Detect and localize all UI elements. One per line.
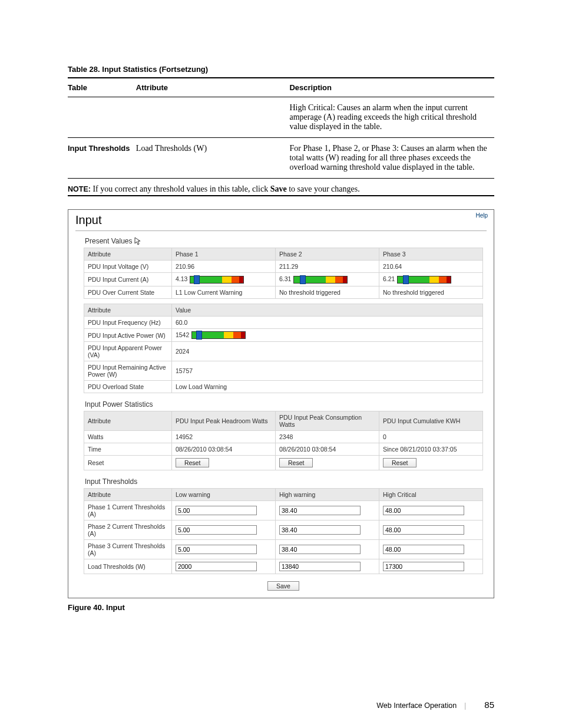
val-header-val: Value <box>171 304 482 316</box>
row-rule <box>68 178 494 179</box>
note-text-a: If you correct any threshold values in t… <box>91 185 270 193</box>
table-row: PDU Input Active Power (W) 1542 <box>84 328 483 342</box>
header-table: Table <box>68 81 136 94</box>
present-values-label: Present Values <box>85 237 483 245</box>
val-active-label: PDU Input Active Power (W) <box>84 328 172 342</box>
gauge-bar-icon <box>293 276 348 284</box>
thresh-load-label: Load Thresholds (W) <box>84 559 172 574</box>
phase2-high-input[interactable] <box>279 525 361 535</box>
val-active-val: 1542 <box>176 331 189 338</box>
table-row: Attribute Value <box>84 304 483 316</box>
table-row: Load Thresholds (W) <box>84 559 483 574</box>
thresh-header-attr: Attribute <box>84 489 172 501</box>
footer-separator-icon: | <box>464 701 466 710</box>
phase2-low-input[interactable] <box>176 525 257 535</box>
figure-screenshot: Help Input Present Values Attribute Phas… <box>68 209 494 598</box>
row-rule <box>68 137 494 138</box>
val-remaining-label: PDU Input Remaining Active Power (W) <box>84 361 172 381</box>
stats-header-c2: PDU Input Peak Consumption Watts <box>275 411 379 431</box>
pv-current-p1: 4.13 <box>171 273 275 286</box>
page-title: Input <box>75 213 487 227</box>
header-rule <box>68 97 494 97</box>
table-row: PDU Overload State Low Load Warning <box>84 381 483 393</box>
val-freq-label: PDU Input Frequency (Hz) <box>84 316 172 328</box>
stats-watts-label: Watts <box>84 431 172 443</box>
thresh-header-low: Low warning <box>171 489 275 501</box>
stats-table: Attribute PDU Input Peak Headroom Watts … <box>84 411 483 470</box>
pv-voltage-p2: 211.29 <box>275 261 379 273</box>
table-row: PDU Input Remaining Active Power (W) 157… <box>84 361 483 381</box>
stats-watts-c3: 0 <box>379 431 482 443</box>
table-row: Watts 14952 2348 0 <box>84 431 483 443</box>
title-separator <box>75 230 487 231</box>
load-crit-input[interactable] <box>383 562 464 571</box>
val-apparent-label: PDU Input Apparent Power (VA) <box>84 342 172 361</box>
save-button[interactable]: Save <box>267 581 299 591</box>
table-bottom-rule <box>68 195 494 196</box>
note-label: NOTE: <box>68 185 91 193</box>
doc-table: Table Attribute Description High Critica… <box>68 81 494 181</box>
table-row: Input Thresholds Load Thresholds (W) For… <box>68 140 494 176</box>
pv-header-p1: Phase 1 <box>171 248 275 261</box>
present-values-table: Attribute Phase 1 Phase 2 Phase 3 PDU In… <box>84 248 483 299</box>
stats-header-c1: PDU Input Peak Headroom Watts <box>171 411 275 431</box>
phase1-low-input[interactable] <box>176 506 257 515</box>
pv-current-p1-val: 4.13 <box>176 275 187 282</box>
gauge-marker-icon <box>403 275 409 284</box>
load-low-input[interactable] <box>176 562 257 571</box>
pv-voltage-p1: 210.96 <box>171 261 275 273</box>
cursor-icon <box>134 237 141 245</box>
phase3-crit-input[interactable] <box>383 545 464 554</box>
table-top-rule <box>68 77 494 78</box>
thresholds-table: Attribute Low warning High warning High … <box>84 488 483 574</box>
footer-page-number: 85 <box>484 700 494 710</box>
stats-time-label: Time <box>84 443 172 456</box>
pv-ocstate-p3: No threshold triggered <box>379 286 482 298</box>
val-header-attr: Attribute <box>84 304 172 316</box>
load-high-input[interactable] <box>279 562 361 571</box>
table-row: PDU Input Current (A) 4.13 6.31 6.21 <box>84 273 483 286</box>
reset-button[interactable]: Reset <box>383 458 416 467</box>
note-save: Save <box>270 185 287 193</box>
stats-section-label: Input Power Statistics <box>85 400 483 409</box>
thresh-p3-label: Phase 3 Current Thresholds (A) <box>84 540 172 559</box>
gauge-bar-icon <box>190 276 244 284</box>
help-link[interactable]: Help <box>475 212 488 219</box>
pv-current-p2: 6.31 <box>275 273 379 286</box>
pv-current-p2-val: 6.31 <box>279 275 291 282</box>
table-row: PDU Input Apparent Power (VA) 2024 <box>84 342 483 361</box>
phase3-high-input[interactable] <box>279 545 361 554</box>
val-overload-label: PDU Overload State <box>84 381 172 393</box>
val-freq-val: 60.0 <box>171 316 482 328</box>
table-row: PDU Input Voltage (V) 210.96 211.29 210.… <box>84 261 483 273</box>
pv-voltage-label: PDU Input Voltage (V) <box>84 261 172 273</box>
pv-header-p2: Phase 2 <box>275 248 379 261</box>
stats-time-c1: 08/26/2010 03:08:54 <box>171 443 275 456</box>
doc-table-header-row: Table Attribute Description <box>68 81 494 94</box>
reset-button[interactable]: Reset <box>279 458 313 467</box>
phase2-crit-input[interactable] <box>383 525 464 535</box>
gauge-marker-icon <box>194 275 200 284</box>
phase1-crit-input[interactable] <box>383 506 464 515</box>
row2-desc: For Phase 1, Phase 2, or Phase 3: Causes… <box>289 140 494 176</box>
note-text-b: to save your changes. <box>287 185 360 193</box>
thresh-header-high: High warning <box>275 489 379 501</box>
stats-time-c2: 08/26/2010 03:08:54 <box>275 443 379 456</box>
row2-attribute: Load Thresholds (W) <box>136 140 290 176</box>
table-row: PDU Over Current State L1 Low Current Wa… <box>84 286 483 298</box>
val-remaining-val: 15757 <box>171 361 482 381</box>
table-row: Attribute Low warning High warning High … <box>84 489 483 501</box>
pv-current-p3-val: 6.21 <box>383 275 395 282</box>
table-row: High Critical: Causes an alarm when the … <box>68 100 494 135</box>
pv-ocstate-p2: No threshold triggered <box>275 286 379 298</box>
phase3-low-input[interactable] <box>176 545 257 554</box>
reset-button[interactable]: Reset <box>176 458 209 467</box>
phase1-high-input[interactable] <box>279 506 361 515</box>
table-note: NOTE: If you correct any threshold value… <box>68 185 494 194</box>
pv-ocstate-label: PDU Over Current State <box>84 286 172 298</box>
stats-time-c3: Since 08/21/2010 03:37:05 <box>379 443 482 456</box>
present-values-text: Present Values <box>85 237 133 245</box>
table-row: Phase 1 Current Thresholds (A) <box>84 501 483 521</box>
value-table: Attribute Value PDU Input Frequency (Hz)… <box>84 304 483 394</box>
pv-ocstate-p1: L1 Low Current Warning <box>171 286 275 298</box>
